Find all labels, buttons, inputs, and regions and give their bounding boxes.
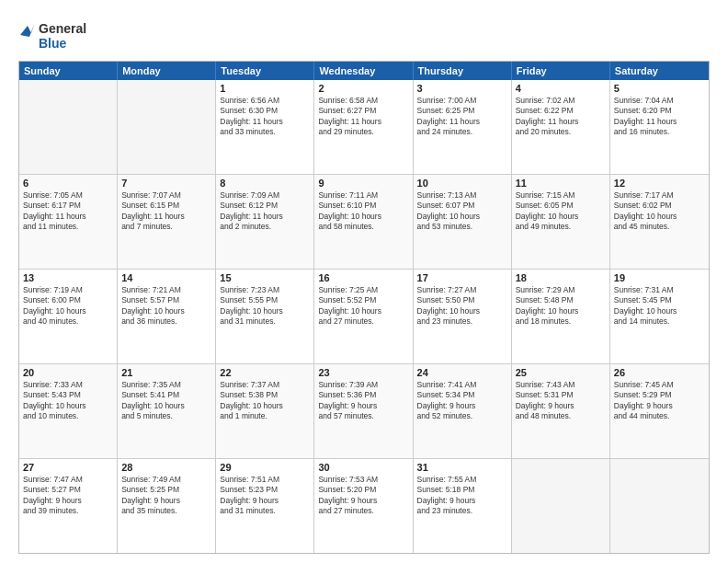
calendar: SundayMondayTuesdayWednesdayThursdayFrid… [18,61,710,554]
day-cell-2: 2Sunrise: 6:58 AM Sunset: 6:27 PM Daylig… [314,80,413,174]
day-cell-1: 1Sunrise: 6:56 AM Sunset: 6:30 PM Daylig… [216,80,314,174]
empty-cell [19,80,118,174]
day-number: 24 [417,367,507,378]
day-number: 22 [220,367,310,378]
cell-info: Sunrise: 7:51 AM Sunset: 5:23 PM Dayligh… [220,475,310,517]
cell-info: Sunrise: 7:05 AM Sunset: 6:17 PM Dayligh… [23,190,113,233]
cell-info: Sunrise: 7:19 AM Sunset: 6:00 PM Dayligh… [23,285,113,327]
cell-info: Sunrise: 7:00 AM Sunset: 6:25 PM Dayligh… [417,96,507,138]
calendar-row-0: 1Sunrise: 6:56 AM Sunset: 6:30 PM Daylig… [19,80,709,174]
cell-info: Sunrise: 7:09 AM Sunset: 6:12 PM Dayligh… [220,190,310,233]
cell-info: Sunrise: 7:41 AM Sunset: 5:34 PM Dayligh… [417,380,507,422]
empty-cell [512,459,610,553]
day-cell-31: 31Sunrise: 7:55 AM Sunset: 5:18 PM Dayli… [414,459,512,553]
day-number: 28 [121,462,211,473]
day-cell-24: 24Sunrise: 7:41 AM Sunset: 5:34 PM Dayli… [414,364,512,458]
day-cell-27: 27Sunrise: 7:47 AM Sunset: 5:27 PM Dayli… [19,459,118,553]
empty-cell [610,459,709,553]
cell-info: Sunrise: 7:43 AM Sunset: 5:31 PM Dayligh… [516,380,606,422]
day-number: 15 [220,272,310,283]
day-number: 5 [614,83,705,94]
cell-info: Sunrise: 7:25 AM Sunset: 5:52 PM Dayligh… [318,285,408,327]
day-cell-21: 21Sunrise: 7:35 AM Sunset: 5:41 PM Dayli… [118,364,216,458]
cell-info: Sunrise: 7:39 AM Sunset: 5:36 PM Dayligh… [318,380,408,422]
header-cell-monday: Monday [118,62,216,80]
day-number: 7 [121,178,211,189]
day-cell-4: 4Sunrise: 7:02 AM Sunset: 6:22 PM Daylig… [512,80,610,174]
day-number: 19 [614,272,705,283]
day-number: 11 [516,178,606,189]
cell-info: Sunrise: 7:21 AM Sunset: 5:57 PM Dayligh… [121,285,211,327]
cell-info: Sunrise: 7:55 AM Sunset: 5:18 PM Dayligh… [417,475,507,517]
header-cell-sunday: Sunday [19,62,118,80]
day-cell-22: 22Sunrise: 7:37 AM Sunset: 5:38 PM Dayli… [216,364,314,458]
day-number: 21 [121,367,211,378]
logo-svg: GeneralBlue [18,17,92,53]
day-cell-19: 19Sunrise: 7:31 AM Sunset: 5:45 PM Dayli… [610,270,709,363]
day-number: 12 [614,178,705,189]
day-cell-5: 5Sunrise: 7:04 AM Sunset: 6:20 PM Daylig… [610,80,709,174]
day-cell-3: 3Sunrise: 7:00 AM Sunset: 6:25 PM Daylig… [414,80,512,174]
day-cell-16: 16Sunrise: 7:25 AM Sunset: 5:52 PM Dayli… [314,270,413,363]
day-cell-25: 25Sunrise: 7:43 AM Sunset: 5:31 PM Dayli… [512,364,610,458]
svg-marker-0 [20,22,35,37]
day-cell-30: 30Sunrise: 7:53 AM Sunset: 5:20 PM Dayli… [314,459,413,553]
day-cell-7: 7Sunrise: 7:07 AM Sunset: 6:15 PM Daylig… [118,175,216,269]
cell-info: Sunrise: 6:56 AM Sunset: 6:30 PM Dayligh… [220,96,310,138]
day-number: 30 [318,462,408,473]
cell-info: Sunrise: 7:45 AM Sunset: 5:29 PM Dayligh… [614,380,705,422]
day-cell-26: 26Sunrise: 7:45 AM Sunset: 5:29 PM Dayli… [610,364,709,458]
day-number: 2 [318,83,408,94]
day-cell-17: 17Sunrise: 7:27 AM Sunset: 5:50 PM Dayli… [414,270,512,363]
day-number: 17 [417,272,507,283]
day-cell-6: 6Sunrise: 7:05 AM Sunset: 6:17 PM Daylig… [19,175,118,269]
cell-info: Sunrise: 7:17 AM Sunset: 6:02 PM Dayligh… [614,190,705,233]
day-cell-10: 10Sunrise: 7:13 AM Sunset: 6:07 PM Dayli… [414,175,512,269]
day-cell-20: 20Sunrise: 7:33 AM Sunset: 5:43 PM Dayli… [19,364,118,458]
day-number: 25 [516,367,606,378]
header-cell-tuesday: Tuesday [216,62,314,80]
calendar-row-1: 6Sunrise: 7:05 AM Sunset: 6:17 PM Daylig… [19,174,709,269]
day-number: 10 [417,178,507,189]
cell-info: Sunrise: 7:35 AM Sunset: 5:41 PM Dayligh… [121,380,211,422]
day-number: 13 [23,272,113,283]
svg-text:General: General [39,21,86,36]
logo: GeneralBlue [18,17,92,53]
day-cell-8: 8Sunrise: 7:09 AM Sunset: 6:12 PM Daylig… [216,175,314,269]
header-cell-friday: Friday [512,62,610,80]
cell-info: Sunrise: 7:37 AM Sunset: 5:38 PM Dayligh… [220,380,310,422]
day-number: 27 [23,462,113,473]
day-cell-15: 15Sunrise: 7:23 AM Sunset: 5:55 PM Dayli… [216,270,314,363]
svg-text:Blue: Blue [39,36,67,51]
day-number: 14 [121,272,211,283]
header-cell-wednesday: Wednesday [314,62,413,80]
day-number: 20 [23,367,113,378]
day-number: 23 [318,367,408,378]
cell-info: Sunrise: 6:58 AM Sunset: 6:27 PM Dayligh… [318,96,408,138]
cell-info: Sunrise: 7:13 AM Sunset: 6:07 PM Dayligh… [417,190,507,233]
day-cell-12: 12Sunrise: 7:17 AM Sunset: 6:02 PM Dayli… [610,175,709,269]
day-number: 18 [516,272,606,283]
empty-cell [118,80,216,174]
calendar-body: 1Sunrise: 6:56 AM Sunset: 6:30 PM Daylig… [19,80,709,553]
day-number: 31 [417,462,507,473]
cell-info: Sunrise: 7:33 AM Sunset: 5:43 PM Dayligh… [23,380,113,422]
day-cell-18: 18Sunrise: 7:29 AM Sunset: 5:48 PM Dayli… [512,270,610,363]
header: GeneralBlue [18,17,710,53]
day-number: 8 [220,178,310,189]
calendar-row-2: 13Sunrise: 7:19 AM Sunset: 6:00 PM Dayli… [19,269,709,363]
day-number: 4 [516,83,606,94]
day-number: 29 [220,462,310,473]
day-number: 9 [318,178,408,189]
cell-info: Sunrise: 7:23 AM Sunset: 5:55 PM Dayligh… [220,285,310,327]
day-number: 6 [23,178,113,189]
day-number: 1 [220,83,310,94]
cell-info: Sunrise: 7:31 AM Sunset: 5:45 PM Dayligh… [614,285,705,327]
cell-info: Sunrise: 7:49 AM Sunset: 5:25 PM Dayligh… [121,475,211,517]
day-cell-14: 14Sunrise: 7:21 AM Sunset: 5:57 PM Dayli… [118,270,216,363]
cell-info: Sunrise: 7:53 AM Sunset: 5:20 PM Dayligh… [318,475,408,517]
cell-info: Sunrise: 7:29 AM Sunset: 5:48 PM Dayligh… [516,285,606,327]
day-cell-29: 29Sunrise: 7:51 AM Sunset: 5:23 PM Dayli… [216,459,314,553]
cell-info: Sunrise: 7:15 AM Sunset: 6:05 PM Dayligh… [516,190,606,233]
day-number: 16 [318,272,408,283]
